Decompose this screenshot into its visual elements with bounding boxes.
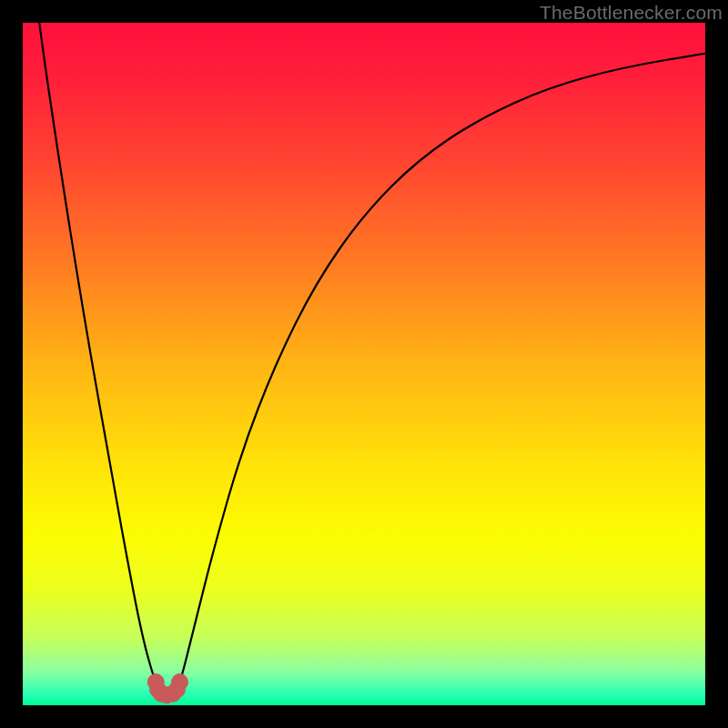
chart-svg [23, 23, 705, 705]
marker-dot [172, 674, 188, 691]
plot-area [23, 23, 705, 705]
gradient-background [23, 23, 705, 705]
watermark-text: TheBottlenecker.com [540, 2, 723, 24]
outer-frame: TheBottlenecker.com [0, 0, 728, 728]
